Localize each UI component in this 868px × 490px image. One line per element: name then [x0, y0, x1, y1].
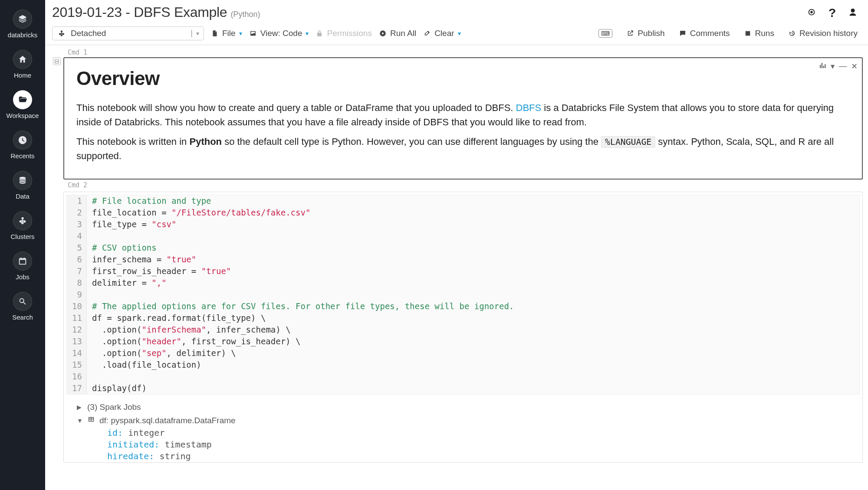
sidebar-item-label: Data: [16, 193, 30, 200]
code-content: .option("header", first_row_is_header) \: [87, 336, 300, 347]
clear-menu[interactable]: Clear ▾: [423, 29, 460, 38]
code-content: first_row_is_header = "true": [87, 265, 231, 277]
cells-container: Cmd 1 ⊟ ▾ — ✕ Overview This notebook wil…: [45, 45, 868, 490]
code-content: df = spark.read.format(file_type) \: [87, 312, 266, 324]
code-line[interactable]: 8delimiter = ",": [67, 277, 859, 289]
code-line[interactable]: 15 .load(file_location): [67, 359, 859, 371]
schema-field: hiredate: string: [107, 451, 854, 462]
chevron-down-icon[interactable]: ▾: [831, 62, 835, 72]
comment-icon: [679, 29, 687, 37]
revision-button[interactable]: Revision history: [788, 29, 858, 38]
code-line[interactable]: 11df = spark.read.format(file_type) \: [67, 312, 859, 324]
target-icon[interactable]: [807, 6, 816, 20]
code-line[interactable]: 4: [67, 230, 859, 242]
file-menu[interactable]: File ▾: [211, 29, 242, 38]
notebook-title[interactable]: 2019-01-23 - DBFS Example: [52, 4, 227, 20]
line-number: 9: [67, 289, 87, 301]
code-line[interactable]: 12 .option("inferSchema", infer_schema) …: [67, 324, 859, 336]
code-line[interactable]: 5# CSV options: [67, 242, 859, 254]
file-icon: [211, 29, 219, 37]
minimize-icon[interactable]: —: [839, 62, 847, 72]
cell-controls: ▾ — ✕: [819, 62, 858, 72]
code-line[interactable]: 7first_row_is_header = "true": [67, 265, 859, 277]
user-icon[interactable]: [848, 6, 858, 20]
code-content: # CSV options: [87, 242, 157, 254]
schema-output: id: integerinitiated: timestamphiredate:…: [77, 427, 854, 462]
line-number: 15: [67, 359, 87, 371]
keyboard-icon[interactable]: ⌨: [598, 29, 612, 38]
sidebar-item-label: Clusters: [10, 233, 34, 240]
cluster-name: Detached: [71, 29, 106, 38]
sidebar-item-home[interactable]: Home: [0, 44, 45, 84]
sidebar-item-label: Home: [14, 72, 31, 79]
calendar-small-icon: [744, 29, 752, 37]
schema-field: initiated: timestamp: [107, 439, 854, 451]
folder-open-icon: [13, 90, 32, 109]
share-icon: [626, 29, 634, 37]
code-line[interactable]: 9: [67, 289, 859, 301]
table-icon: [87, 415, 95, 425]
sidebar-item-label: Jobs: [16, 273, 30, 281]
code-line[interactable]: 17display(df): [67, 382, 859, 394]
code-line[interactable]: 3file_type = "csv": [67, 219, 859, 230]
code-content: display(df): [87, 382, 147, 394]
code-line[interactable]: 16: [67, 371, 859, 382]
chart-icon[interactable]: [819, 62, 826, 72]
code-line[interactable]: 13 .option("header", first_row_is_header…: [67, 336, 859, 347]
code-line[interactable]: 10# The applied options are for CSV file…: [67, 301, 859, 312]
view-menu[interactable]: View: Code ▾: [249, 29, 309, 38]
sidebar-item-data[interactable]: Data: [0, 165, 45, 205]
history-icon: [788, 29, 796, 37]
sidebar-item-clusters[interactable]: Clusters: [0, 205, 45, 245]
sidebar-item-recents[interactable]: Recents: [0, 124, 45, 165]
help-icon[interactable]: ?: [829, 6, 836, 20]
sidebar: databricks Home Workspace Recents Data C…: [0, 0, 45, 490]
code-line[interactable]: 2file_location = "/FileStore/tables/fake…: [67, 207, 859, 219]
line-number: 10: [67, 301, 87, 312]
code-content: .load(file_location): [87, 359, 201, 371]
close-icon[interactable]: ✕: [851, 62, 858, 72]
database-icon: [13, 171, 32, 190]
search-icon: [13, 292, 32, 311]
code-content: file_type = "csv": [87, 219, 176, 230]
runs-button[interactable]: Runs: [744, 29, 774, 38]
sidebar-item-jobs[interactable]: Jobs: [0, 245, 45, 286]
spark-jobs-toggle[interactable]: ▶ (3) Spark Jobs: [77, 401, 854, 414]
line-number: 4: [67, 230, 87, 242]
line-number: 11: [67, 312, 87, 324]
dataframe-schema-toggle[interactable]: ▼ df: pyspark.sql.dataframe.DataFrame: [77, 414, 854, 427]
code-line[interactable]: 6infer_schema = "true": [67, 254, 859, 265]
chevron-down-icon: ▼: [77, 417, 83, 424]
notebook-language: (Python): [230, 10, 260, 19]
sidebar-brand[interactable]: databricks: [0, 3, 45, 44]
sidebar-item-search[interactable]: Search: [0, 286, 45, 326]
code-content: [87, 230, 92, 242]
publish-button[interactable]: Publish: [626, 29, 664, 38]
sidebar-item-workspace[interactable]: Workspace: [0, 84, 45, 124]
line-number: 3: [67, 219, 87, 230]
dbfs-link[interactable]: DBFS: [516, 102, 542, 113]
comments-button[interactable]: Comments: [679, 29, 730, 38]
markdown-cell[interactable]: ⊟ ▾ — ✕ Overview This notebook will show…: [63, 57, 863, 180]
code-line[interactable]: 14 .option("sep", delimiter) \: [67, 347, 859, 359]
eraser-icon: [423, 29, 431, 37]
sidebar-item-label: Workspace: [7, 112, 39, 119]
cluster-icon: [13, 211, 32, 230]
cell-output: ▶ (3) Spark Jobs ▼ df: pyspark.sql.dataf…: [64, 397, 862, 462]
code-content: [87, 289, 92, 301]
code-content: delimiter = ",": [87, 277, 167, 289]
code-editor[interactable]: 1# File location and type2file_location …: [66, 195, 860, 395]
header: 2019-01-23 - DBFS Example (Python) ?: [45, 0, 868, 24]
main: 2019-01-23 - DBFS Example (Python) ? Det…: [45, 0, 868, 490]
runall-button[interactable]: Run All: [379, 29, 416, 38]
collapse-toggle[interactable]: ⊟: [53, 57, 61, 65]
caret-down-icon: ▾: [239, 30, 242, 37]
line-number: 7: [67, 265, 87, 277]
cluster-select[interactable]: Detached ▏▾: [52, 26, 204, 40]
code-content: # The applied options are for CSV files.…: [87, 301, 514, 312]
permissions-button[interactable]: Permissions: [316, 29, 372, 38]
chevron-down-icon: ▏▾: [191, 30, 199, 37]
code-cell[interactable]: 1# File location and type2file_location …: [63, 192, 863, 463]
code-line[interactable]: 1# File location and type: [67, 195, 859, 207]
line-number: 8: [67, 277, 87, 289]
